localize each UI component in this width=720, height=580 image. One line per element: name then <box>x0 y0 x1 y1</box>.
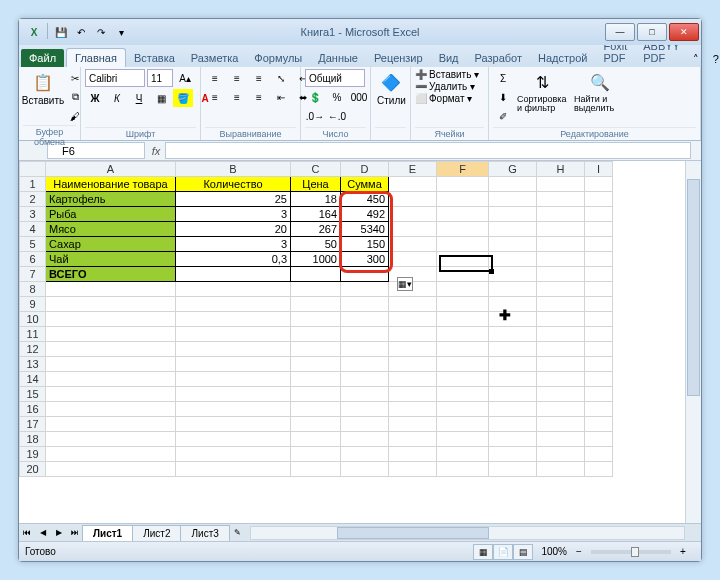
cell-B17[interactable] <box>176 417 291 432</box>
cell-C3[interactable]: 164 <box>291 207 341 222</box>
cell-I2[interactable] <box>585 192 613 207</box>
cell-C13[interactable] <box>291 357 341 372</box>
cell-B4[interactable]: 20 <box>176 222 291 237</box>
cell-B7[interactable] <box>176 267 291 282</box>
cell-F12[interactable] <box>437 342 489 357</box>
col-header-H[interactable]: H <box>537 162 585 177</box>
row-header-13[interactable]: 13 <box>20 357 46 372</box>
select-all-corner[interactable] <box>20 162 46 177</box>
cell-I9[interactable] <box>585 297 613 312</box>
cell-G13[interactable] <box>489 357 537 372</box>
italic-icon[interactable]: К <box>107 89 127 107</box>
font-size-combo[interactable]: 11 <box>147 69 173 87</box>
cell-C19[interactable] <box>291 447 341 462</box>
cell-E2[interactable] <box>389 192 437 207</box>
tab-addins[interactable]: Надстрой <box>530 49 595 67</box>
underline-icon[interactable]: Ч <box>129 89 149 107</box>
cell-B10[interactable] <box>176 312 291 327</box>
cell-A12[interactable] <box>46 342 176 357</box>
sheet-nav-first-icon[interactable]: ⏮ <box>19 526 35 540</box>
border-icon[interactable]: ▦ <box>151 89 171 107</box>
cell-D7[interactable] <box>341 267 389 282</box>
sort-filter-button[interactable]: ⇅Сортировка и фильтр <box>515 69 570 115</box>
cell-G10[interactable] <box>489 312 537 327</box>
cell-D2[interactable]: 450 <box>341 192 389 207</box>
cell-E11[interactable] <box>389 327 437 342</box>
cell-G12[interactable] <box>489 342 537 357</box>
cell-I4[interactable] <box>585 222 613 237</box>
sheet-tab-1[interactable]: Лист1 <box>82 525 133 541</box>
sheet-tab-2[interactable]: Лист2 <box>132 525 181 541</box>
align-bottom-icon[interactable]: ≡ <box>249 69 269 87</box>
cell-C5[interactable]: 50 <box>291 237 341 252</box>
cell-F20[interactable] <box>437 462 489 477</box>
cell-G8[interactable] <box>489 282 537 297</box>
cell-A5[interactable]: Сахар <box>46 237 176 252</box>
zoom-in-button[interactable]: + <box>673 543 693 561</box>
cell-I19[interactable] <box>585 447 613 462</box>
row-header-5[interactable]: 5 <box>20 237 46 252</box>
cell-E1[interactable] <box>389 177 437 192</box>
decrease-decimal-icon[interactable]: ←.0 <box>327 107 347 125</box>
col-header-D[interactable]: D <box>341 162 389 177</box>
cell-B11[interactable] <box>176 327 291 342</box>
delete-cells-button[interactable]: ➖Удалить ▾ <box>415 81 475 92</box>
cell-B5[interactable]: 3 <box>176 237 291 252</box>
cell-H15[interactable] <box>537 387 585 402</box>
align-left-icon[interactable]: ≡ <box>205 88 225 106</box>
cell-F18[interactable] <box>437 432 489 447</box>
row-header-9[interactable]: 9 <box>20 297 46 312</box>
cell-G1[interactable] <box>489 177 537 192</box>
cell-E9[interactable] <box>389 297 437 312</box>
cell-A20[interactable] <box>46 462 176 477</box>
tab-insert[interactable]: Вставка <box>126 49 183 67</box>
cell-G18[interactable] <box>489 432 537 447</box>
cell-I16[interactable] <box>585 402 613 417</box>
qat-customize-icon[interactable]: ▾ <box>112 23 130 41</box>
cell-A9[interactable] <box>46 297 176 312</box>
vertical-scrollbar[interactable] <box>685 161 701 523</box>
cell-G4[interactable] <box>489 222 537 237</box>
cell-H14[interactable] <box>537 372 585 387</box>
cell-G5[interactable] <box>489 237 537 252</box>
row-header-3[interactable]: 3 <box>20 207 46 222</box>
cell-A7[interactable]: ВСЕГО <box>46 267 176 282</box>
worksheet-grid[interactable]: ABCDEFGHI1Наименование товараКоличествоЦ… <box>19 161 685 523</box>
cell-H8[interactable] <box>537 282 585 297</box>
comma-icon[interactable]: 000 <box>349 88 369 106</box>
cell-D6[interactable]: 300 <box>341 252 389 267</box>
view-pagebreak-icon[interactable]: ▤ <box>513 544 533 560</box>
cell-C14[interactable] <box>291 372 341 387</box>
row-header-10[interactable]: 10 <box>20 312 46 327</box>
row-header-6[interactable]: 6 <box>20 252 46 267</box>
cell-E13[interactable] <box>389 357 437 372</box>
cell-D11[interactable] <box>341 327 389 342</box>
cell-G20[interactable] <box>489 462 537 477</box>
tab-home[interactable]: Главная <box>66 48 126 67</box>
col-header-E[interactable]: E <box>389 162 437 177</box>
cell-A16[interactable] <box>46 402 176 417</box>
cell-G2[interactable] <box>489 192 537 207</box>
cell-C7[interactable] <box>291 267 341 282</box>
cell-E20[interactable] <box>389 462 437 477</box>
cell-I5[interactable] <box>585 237 613 252</box>
cell-I11[interactable] <box>585 327 613 342</box>
cell-F7[interactable] <box>437 267 489 282</box>
cell-B16[interactable] <box>176 402 291 417</box>
cell-E6[interactable] <box>389 252 437 267</box>
cell-I8[interactable] <box>585 282 613 297</box>
orientation-icon[interactable]: ⤡ <box>271 69 291 87</box>
cell-G3[interactable] <box>489 207 537 222</box>
tab-view[interactable]: Вид <box>431 49 467 67</box>
cell-D19[interactable] <box>341 447 389 462</box>
find-select-button[interactable]: 🔍Найти и выделить <box>572 69 627 115</box>
cell-I1[interactable] <box>585 177 613 192</box>
cell-F11[interactable] <box>437 327 489 342</box>
minimize-ribbon-icon[interactable]: ˄ <box>688 51 704 67</box>
cell-B18[interactable] <box>176 432 291 447</box>
cell-G14[interactable] <box>489 372 537 387</box>
cell-F9[interactable] <box>437 297 489 312</box>
cell-E19[interactable] <box>389 447 437 462</box>
cell-D4[interactable]: 5340 <box>341 222 389 237</box>
cell-C8[interactable] <box>291 282 341 297</box>
